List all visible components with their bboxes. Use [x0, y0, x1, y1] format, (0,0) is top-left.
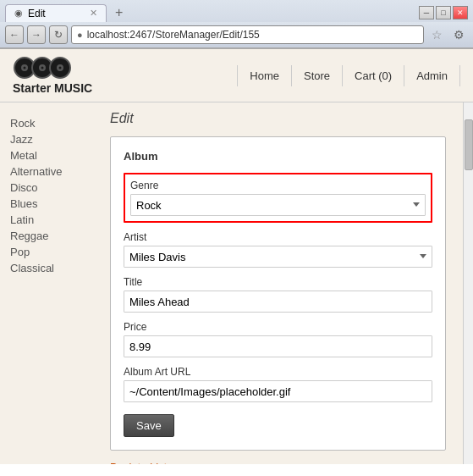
main-content: Rock Jazz Metal Alternative Disco Blues … [0, 102, 473, 464]
genre-select[interactable]: Rock Jazz Metal Alternative Disco Blues … [130, 194, 426, 216]
nav-bar: ← → ↻ ● localhost:2467/StoreManager/Edit… [0, 22, 473, 48]
page-title: Edit [110, 111, 446, 126]
sidebar: Rock Jazz Metal Alternative Disco Blues … [0, 102, 93, 464]
logo-area: Starter MUSIC [13, 56, 92, 95]
page: Starter MUSIC Home Store Cart (0) Admin … [0, 49, 473, 464]
title-input[interactable] [124, 291, 432, 313]
window-controls: ─ □ ✕ [419, 6, 468, 19]
browser-chrome: ◉ Edit ✕ + ─ □ ✕ ← → ↻ ● localhost:2467/… [0, 0, 473, 49]
logo-text: Starter MUSIC [13, 81, 92, 95]
sidebar-item-alternative[interactable]: Alternative [10, 163, 83, 180]
album-art-input[interactable] [124, 380, 432, 402]
save-button[interactable]: Save [124, 414, 174, 437]
top-nav: Starter MUSIC Home Store Cart (0) Admin [0, 49, 473, 102]
tab-favicon: ◉ [14, 8, 23, 19]
svg-point-2 [24, 67, 26, 69]
artist-label: Artist [124, 231, 432, 243]
address-icon: ● [77, 30, 83, 40]
sidebar-item-metal[interactable]: Metal [10, 147, 83, 163]
artist-select[interactable]: Miles Davis John Coltrane Dave Brubeck [124, 246, 432, 268]
genre-group: Genre Rock Jazz Metal Alternative Disco … [124, 173, 432, 223]
nav-cart[interactable]: Cart (0) [342, 65, 404, 86]
sidebar-item-pop[interactable]: Pop [10, 244, 83, 260]
nav-home[interactable]: Home [237, 65, 291, 86]
logo-icon [13, 56, 80, 80]
back-button[interactable]: ← [5, 25, 24, 44]
genre-label: Genre [130, 180, 426, 191]
maximize-button[interactable]: □ [436, 6, 451, 19]
logo-svg [13, 56, 80, 80]
price-input[interactable] [124, 335, 432, 357]
sidebar-item-blues[interactable]: Blues [10, 196, 83, 212]
artist-group: Artist Miles Davis John Coltrane Dave Br… [124, 231, 432, 268]
sidebar-item-reggae[interactable]: Reggae [10, 228, 83, 244]
price-label: Price [124, 321, 432, 333]
price-group: Price [124, 321, 432, 357]
album-form-box: Album Genre Rock Jazz Metal Alternative … [110, 136, 446, 451]
minimize-button[interactable]: ─ [419, 6, 434, 19]
back-to-list-link[interactable]: Back to List [110, 461, 167, 464]
album-art-label: Album Art URL [124, 366, 432, 378]
new-tab-button[interactable]: + [110, 3, 128, 22]
album-legend: Album [124, 150, 432, 163]
sidebar-item-jazz[interactable]: Jazz [10, 131, 83, 147]
address-bar[interactable]: ● localhost:2467/StoreManager/Edit/155 [71, 25, 424, 44]
sidebar-item-latin[interactable]: Latin [10, 212, 83, 228]
sidebar-item-disco[interactable]: Disco [10, 180, 83, 196]
nav-links: Home Store Cart (0) Admin [237, 65, 460, 86]
forward-button[interactable]: → [27, 25, 46, 44]
svg-point-5 [41, 67, 44, 69]
settings-button[interactable]: ⚙ [449, 25, 468, 44]
title-bar: ◉ Edit ✕ + ─ □ ✕ [0, 0, 473, 22]
tab-title: Edit [28, 8, 46, 19]
sidebar-item-rock[interactable]: Rock [10, 115, 83, 131]
content-area: Edit Album Genre Rock Jazz Metal Alterna… [93, 102, 463, 464]
tab-close-icon[interactable]: ✕ [90, 8, 97, 19]
nav-admin[interactable]: Admin [404, 65, 460, 86]
scroll-thumb[interactable] [465, 119, 473, 170]
nav-store[interactable]: Store [291, 65, 342, 86]
browser-tab[interactable]: ◉ Edit ✕ [5, 4, 107, 22]
scrollbar[interactable] [463, 102, 473, 464]
sidebar-item-classical[interactable]: Classical [10, 260, 83, 276]
svg-point-8 [59, 67, 62, 69]
address-text: localhost:2467/StoreManager/Edit/155 [87, 29, 260, 41]
bookmark-button[interactable]: ☆ [427, 25, 446, 44]
title-group: Title [124, 276, 432, 313]
close-button[interactable]: ✕ [453, 6, 468, 19]
title-label: Title [124, 276, 432, 288]
refresh-button[interactable]: ↻ [49, 25, 68, 44]
album-art-group: Album Art URL [124, 366, 432, 402]
